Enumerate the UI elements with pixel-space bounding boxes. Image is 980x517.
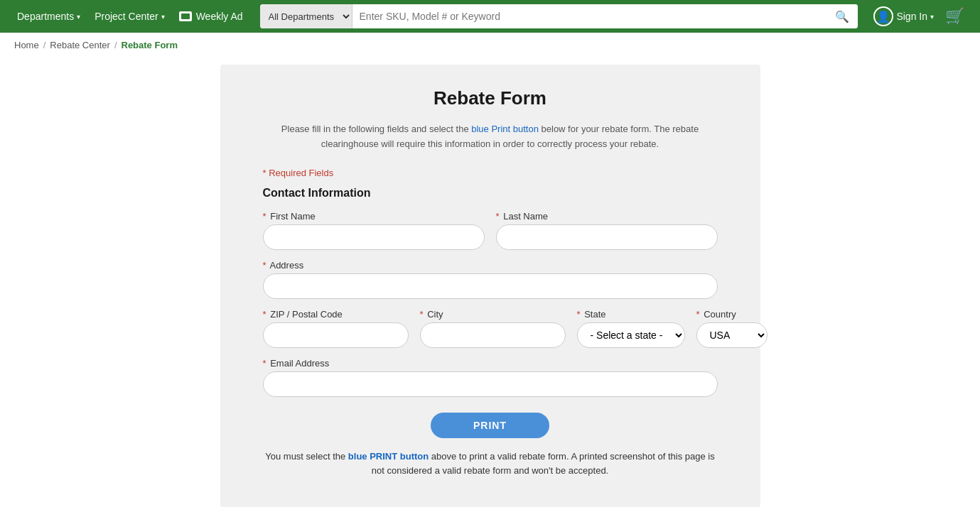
first-name-group: * First Name <box>263 211 485 250</box>
city-input[interactable] <box>420 322 566 348</box>
project-center-label: Project Center <box>95 11 158 22</box>
first-name-label: * First Name <box>263 211 485 222</box>
state-label: * State <box>577 309 685 320</box>
email-row: * Email Address <box>263 358 718 397</box>
address-input[interactable] <box>263 273 718 299</box>
city-label: * City <box>420 309 566 320</box>
section-title: Contact Information <box>263 187 718 200</box>
nav-right: 👤 Sign In ▾ 🛒 <box>869 4 969 29</box>
breadcrumb-current: Rebate Form <box>122 40 178 50</box>
last-name-label: * Last Name <box>496 211 718 222</box>
project-center-nav[interactable]: Project Center ▾ <box>89 8 170 25</box>
main-content: Rebate Form Please fill in the following… <box>0 58 980 517</box>
sign-in-chevron-icon: ▾ <box>930 13 934 21</box>
city-group: * City <box>420 309 566 348</box>
sign-in-button[interactable]: 👤 Sign In ▾ <box>869 4 938 29</box>
blue-print-note-text: blue PRINT button <box>348 451 429 462</box>
address-row: * Address <box>263 260 718 299</box>
email-label: * Email Address <box>263 358 718 369</box>
weekly-ad-icon <box>179 11 192 21</box>
breadcrumb-home[interactable]: Home <box>14 40 39 50</box>
last-name-input[interactable] <box>496 224 718 250</box>
state-select[interactable]: - Select a state - Alabama Alaska Arizon… <box>577 322 685 348</box>
weekly-ad-label: Weekly Ad <box>196 11 243 22</box>
address-req-star: * <box>263 260 266 271</box>
zip-input[interactable] <box>263 322 409 348</box>
breadcrumb-rebate-center[interactable]: Rebate Center <box>50 40 110 50</box>
address-group: * Address <box>263 260 718 299</box>
navbar: Departments ▾ Project Center ▾ Weekly Ad… <box>0 0 980 33</box>
zip-req-star: * <box>263 309 266 320</box>
search-input[interactable] <box>352 4 827 28</box>
form-container: Rebate Form Please fill in the following… <box>220 65 760 507</box>
sign-in-label: Sign In <box>896 11 927 22</box>
country-group: * Country USA Canada Mexico <box>696 309 768 348</box>
email-input[interactable] <box>263 371 718 397</box>
country-req-star: * <box>696 309 700 320</box>
search-button[interactable]: 🔍 <box>826 4 858 28</box>
email-req-star: * <box>263 358 266 369</box>
city-req-star: * <box>420 309 424 320</box>
required-note: * Required Fields <box>263 168 718 178</box>
search-bar: All Departments Tools Electrical Plumbin… <box>260 4 858 28</box>
cart-button[interactable]: 🛒 <box>941 4 969 28</box>
zip-group: * ZIP / Postal Code <box>263 309 409 348</box>
form-subtitle-text: Please fill in the following fields and … <box>281 124 699 149</box>
first-name-req-star: * <box>263 211 266 222</box>
form-title: Rebate Form <box>263 87 718 109</box>
zip-label: * ZIP / Postal Code <box>263 309 409 320</box>
last-name-req-star: * <box>496 211 500 222</box>
print-button[interactable]: PRINT <box>431 413 549 438</box>
blue-print-text: blue Print button <box>471 124 539 134</box>
location-row: * ZIP / Postal Code * City * State - Sel <box>263 309 718 348</box>
form-subtitle: Please fill in the following fields and … <box>263 122 718 152</box>
project-center-chevron-icon: ▾ <box>161 13 165 21</box>
departments-chevron-icon: ▾ <box>77 13 80 21</box>
first-name-input[interactable] <box>263 224 485 250</box>
last-name-group: * Last Name <box>496 211 718 250</box>
country-select[interactable]: USA Canada Mexico <box>696 322 768 348</box>
breadcrumb-separator-2: / <box>114 40 117 50</box>
departments-label: Departments <box>17 11 74 22</box>
department-select[interactable]: All Departments Tools Electrical Plumbin… <box>260 4 352 28</box>
name-row: * First Name * Last Name <box>263 211 718 250</box>
user-icon: 👤 <box>873 6 893 26</box>
address-label: * Address <box>263 260 718 271</box>
weekly-ad-nav[interactable]: Weekly Ad <box>173 8 249 25</box>
breadcrumb-separator-1: / <box>43 40 46 50</box>
state-req-star: * <box>577 309 581 320</box>
breadcrumb: Home / Rebate Center / Rebate Form <box>0 33 980 58</box>
print-note: You must select the blue PRINT button ab… <box>263 450 718 479</box>
departments-nav[interactable]: Departments ▾ <box>11 8 86 25</box>
email-group: * Email Address <box>263 358 718 397</box>
country-label: * Country <box>696 309 768 320</box>
state-group: * State - Select a state - Alabama Alask… <box>577 309 685 348</box>
